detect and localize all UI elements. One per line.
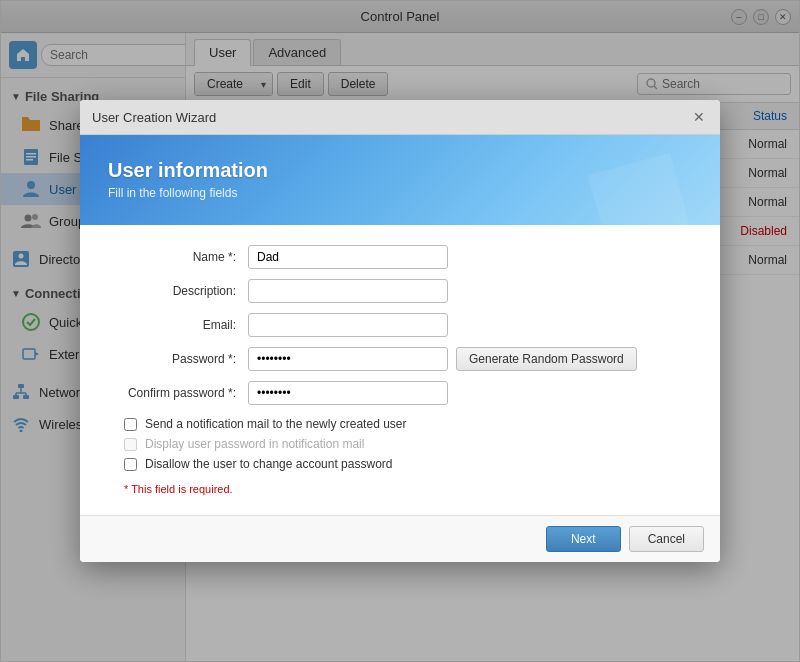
confirm-password-input[interactable] (248, 381, 448, 405)
modal-close-button[interactable]: ✕ (690, 108, 708, 126)
password-input[interactable] (248, 347, 448, 371)
password-row: Generate Random Password (248, 347, 637, 371)
checkbox-display-password-row: Display user password in notification ma… (108, 437, 692, 451)
disallow-change-label: Disallow the user to change account pass… (145, 457, 392, 471)
email-label: Email: (108, 318, 248, 332)
modal-footer: Next Cancel (80, 515, 720, 562)
modal-title: User Creation Wizard (92, 110, 216, 125)
generate-password-button[interactable]: Generate Random Password (456, 347, 637, 371)
disallow-change-checkbox[interactable] (124, 458, 137, 471)
next-button[interactable]: Next (546, 526, 621, 552)
name-label: Name *: (108, 250, 248, 264)
user-creation-wizard: User Creation Wizard ✕ User information … (80, 100, 720, 562)
main-window: Control Panel – □ ✕ ▼ File Sharing (0, 0, 800, 662)
modal-body: Name *: Description: Email: Password *: (80, 225, 720, 515)
name-input[interactable] (248, 245, 448, 269)
form-row-email: Email: (108, 313, 692, 337)
display-password-checkbox[interactable] (124, 438, 137, 451)
form-row-description: Description: (108, 279, 692, 303)
form-row-password: Password *: Generate Random Password (108, 347, 692, 371)
form-row-confirm-password: Confirm password *: (108, 381, 692, 405)
notify-checkbox[interactable] (124, 418, 137, 431)
modal-header: User information Fill in the following f… (80, 135, 720, 225)
form-row-name: Name *: (108, 245, 692, 269)
checkbox-disallow-row: Disallow the user to change account pass… (108, 457, 692, 471)
cancel-button[interactable]: Cancel (629, 526, 704, 552)
modal-titlebar: User Creation Wizard ✕ (80, 100, 720, 135)
checkbox-notify-row: Send a notification mail to the newly cr… (108, 417, 692, 431)
description-label: Description: (108, 284, 248, 298)
confirm-password-label: Confirm password *: (108, 386, 248, 400)
checkbox-group: Send a notification mail to the newly cr… (108, 417, 692, 471)
display-password-label: Display user password in notification ma… (145, 437, 364, 451)
modal-header-subtitle: Fill in the following fields (108, 186, 692, 200)
modal-header-title: User information (108, 159, 692, 182)
required-note: * This field is required. (108, 483, 692, 495)
email-input[interactable] (248, 313, 448, 337)
description-input[interactable] (248, 279, 448, 303)
notify-label: Send a notification mail to the newly cr… (145, 417, 406, 431)
password-label: Password *: (108, 352, 248, 366)
modal-overlay: User Creation Wizard ✕ User information … (1, 1, 799, 661)
